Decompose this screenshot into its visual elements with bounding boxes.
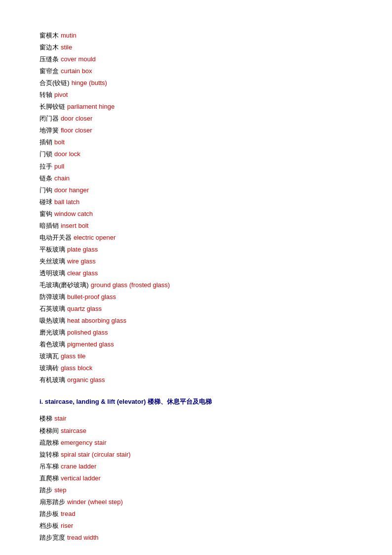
chinese-text: 直爬梯 (39, 472, 59, 484)
english-text: polished glass (67, 327, 108, 339)
chinese-text: 防弹玻璃 (39, 291, 65, 303)
chinese-text: 转轴 (39, 89, 52, 101)
chinese-text: 吊车梯 (39, 461, 59, 472)
english-text: vertical ladder (61, 472, 101, 484)
list-item: 门钩door hanger (39, 184, 353, 196)
list-item: 着色玻璃pigmented glass (39, 339, 353, 350)
chinese-text: 平板玻璃 (39, 244, 65, 256)
list-item: 链条chain (39, 172, 353, 184)
list-item: 踏步step (39, 484, 353, 496)
list-item: 踏步宽度tread width (39, 532, 353, 544)
list-item: 平板玻璃plate glass (39, 244, 353, 256)
chinese-text: 档步板 (39, 520, 59, 532)
list-item: 旋转梯spiral stair (circular stair) (39, 449, 353, 461)
list-item: 有机玻璃organic glass (39, 374, 353, 386)
chinese-text: 长脚铰链 (39, 101, 65, 113)
list-item: 拉手pull (39, 161, 353, 172)
chinese-text: 合页(铰链) (39, 77, 70, 89)
english-text: organic glass (67, 374, 105, 386)
list-item: 吸热玻璃heat absorbing glass (39, 315, 353, 327)
section-header: i. staircase, landing & lift (elevator) … (39, 396, 353, 408)
english-text: ground glass (frosted glass) (91, 279, 170, 291)
chinese-text: 透明玻璃 (39, 267, 65, 279)
chinese-text: 玻璃砖 (39, 362, 59, 374)
english-text: glass block (61, 362, 92, 374)
english-text: window catch (54, 208, 93, 220)
english-text: tread (61, 508, 76, 520)
chinese-text: 门锁 (39, 148, 52, 160)
english-text: stair (54, 413, 67, 425)
chinese-text: 踏步宽度 (39, 532, 65, 544)
english-text: emergency stair (61, 437, 106, 449)
english-text: riser (61, 520, 73, 532)
english-text: parliament hinge (67, 101, 115, 113)
chinese-text: 石英玻璃 (39, 303, 65, 315)
list-item: 石英玻璃quartz glass (39, 303, 353, 315)
english-text: staircase (61, 425, 86, 437)
list-item: 窗钩window catch (39, 208, 353, 220)
chinese-text: 门钩 (39, 184, 52, 196)
list-item: 楼梯间staircase (39, 425, 353, 437)
list-item: 磨光玻璃polished glass (39, 327, 353, 339)
chinese-text: 碰球 (39, 196, 52, 208)
english-text: ball latch (54, 196, 79, 208)
chinese-text: 闭门器 (39, 113, 59, 125)
english-text: mutin (61, 30, 77, 42)
list-item: 玻璃瓦glass tile (39, 350, 353, 362)
list-item: 合页(铰链)hinge (butts) (39, 77, 353, 89)
chinese-text: 踏步板 (39, 508, 59, 520)
list-item: 碰球ball latch (39, 196, 353, 208)
english-text: pivot (54, 89, 68, 101)
english-text: bolt (54, 136, 65, 148)
list-item: 直爬梯vertical ladder (39, 472, 353, 484)
entries-list: 窗横木mutin窗边木stile压缝条cover mould窗帘盒curtain… (39, 30, 353, 386)
chinese-text: 楼梯间 (39, 425, 59, 437)
list-item: 防弹玻璃bullet-proof glass (39, 291, 353, 303)
list-item: 插销bolt (39, 136, 353, 148)
chinese-text: 疏散梯 (39, 437, 59, 449)
chinese-text: 窗边木 (39, 42, 59, 53)
chinese-text: 窗钩 (39, 208, 52, 220)
chinese-text: 链条 (39, 172, 52, 184)
chinese-text: 有机玻璃 (39, 374, 65, 386)
english-text: curtain box (61, 65, 92, 77)
chinese-text: 毛玻璃(磨砂玻璃) (39, 279, 89, 291)
list-item: 转轴pivot (39, 89, 353, 101)
chinese-text: 电动开关器 (39, 232, 72, 244)
english-text: wire glass (67, 256, 96, 267)
chinese-text: 窗横木 (39, 30, 59, 42)
english-text: hinge (butts) (72, 77, 107, 89)
list-item: 长脚铰链parliament hinge (39, 101, 353, 113)
entries2-list: 楼梯stair楼梯间staircase疏散梯emergency stair旋转梯… (39, 413, 353, 544)
list-item: 地弹簧floor closer (39, 125, 353, 136)
list-item: 档步板riser (39, 520, 353, 532)
english-text: tread width (67, 532, 99, 544)
list-item: 压缝条cover mould (39, 53, 353, 65)
english-text: step (54, 484, 67, 496)
chinese-text: 窗帘盒 (39, 65, 59, 77)
list-item: 窗帘盒curtain box (39, 65, 353, 77)
english-text: stile (61, 42, 72, 53)
list-item: 透明玻璃clear glass (39, 267, 353, 279)
english-text: door lock (54, 148, 80, 160)
list-item: 窗边木stile (39, 42, 353, 53)
english-text: insert bolt (61, 220, 88, 232)
english-text: quartz glass (67, 303, 102, 315)
chinese-text: 吸热玻璃 (39, 315, 65, 327)
chinese-text: 扇形踏步 (39, 496, 65, 508)
chinese-text: 插销 (39, 136, 52, 148)
list-item: 扇形踏步winder (wheel step) (39, 496, 353, 508)
chinese-text: 磨光玻璃 (39, 327, 65, 339)
list-item: 毛玻璃(磨砂玻璃)ground glass (frosted glass) (39, 279, 353, 291)
list-item: 闭门器door closer (39, 113, 353, 125)
english-text: plate glass (67, 244, 98, 256)
chinese-text: 旋转梯 (39, 449, 59, 461)
english-text: pull (54, 161, 64, 172)
english-text: bullet-proof glass (67, 291, 116, 303)
chinese-text: 拉手 (39, 161, 52, 172)
chinese-text: 着色玻璃 (39, 339, 65, 350)
chinese-text: 踏步 (39, 484, 52, 496)
english-text: crane ladder (61, 461, 96, 472)
list-item: 门锁door lock (39, 148, 353, 160)
english-text: winder (wheel step) (67, 496, 123, 508)
